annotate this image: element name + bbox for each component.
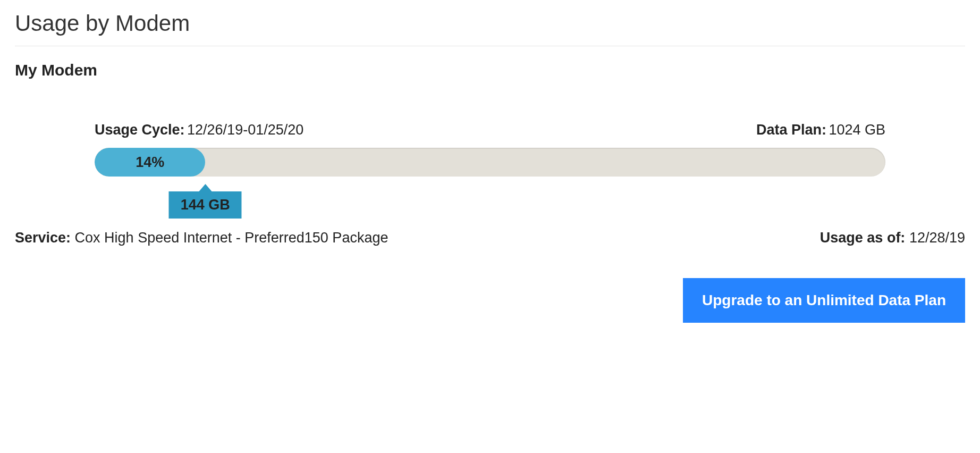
usage-asof: Usage as of: 12/28/19 bbox=[820, 230, 965, 246]
usage-badge: 144 GB bbox=[169, 191, 242, 219]
usage-progress: 14% 144 GB bbox=[95, 148, 885, 177]
usage-header-row: Usage Cycle: 12/26/19-01/25/20 Data Plan… bbox=[95, 122, 885, 138]
usage-cycle: Usage Cycle: 12/26/19-01/25/20 bbox=[95, 122, 303, 138]
usage-asof-value: 12/28/19 bbox=[909, 230, 965, 246]
usage-section: Usage Cycle: 12/26/19-01/25/20 Data Plan… bbox=[15, 122, 965, 177]
service: Service: Cox High Speed Internet - Prefe… bbox=[15, 230, 388, 246]
usage-badge-arrow-icon bbox=[199, 184, 212, 191]
progress-percent: 14% bbox=[136, 154, 164, 171]
usage-badge-wrap: 144 GB bbox=[169, 184, 242, 219]
usage-asof-label: Usage as of: bbox=[820, 230, 906, 246]
usage-cycle-label: Usage Cycle: bbox=[95, 122, 185, 138]
page-title: Usage by Modem bbox=[15, 11, 965, 46]
modem-title: My Modem bbox=[15, 61, 965, 79]
progress-fill: 14% bbox=[95, 148, 205, 177]
service-row: Service: Cox High Speed Internet - Prefe… bbox=[15, 230, 965, 246]
data-plan-label: Data Plan: bbox=[756, 122, 826, 138]
service-label: Service: bbox=[15, 230, 71, 246]
button-row: Upgrade to an Unlimited Data Plan bbox=[15, 278, 965, 323]
data-plan-value: 1024 GB bbox=[829, 122, 885, 138]
progress-track: 14% bbox=[95, 148, 885, 177]
upgrade-button[interactable]: Upgrade to an Unlimited Data Plan bbox=[683, 278, 965, 323]
service-value: Cox High Speed Internet - Preferred150 P… bbox=[75, 230, 388, 246]
usage-cycle-value: 12/26/19-01/25/20 bbox=[187, 122, 303, 138]
data-plan: Data Plan: 1024 GB bbox=[756, 122, 885, 138]
